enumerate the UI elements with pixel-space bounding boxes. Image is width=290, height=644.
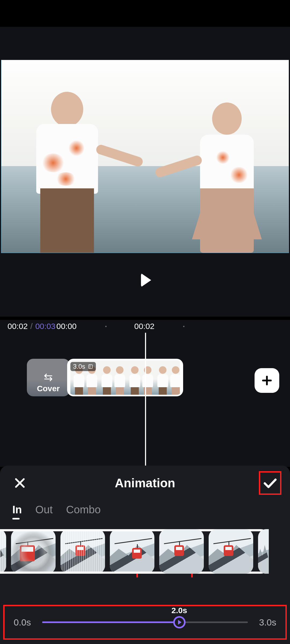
slider-max-label: 3.0s (259, 617, 276, 628)
swap-icon: ⇆ (44, 372, 53, 382)
animation-preset[interactable] (159, 529, 204, 574)
svg-rect-1 (90, 365, 90, 369)
clip-trim-left[interactable]: ‹ (67, 359, 70, 396)
tab-out[interactable]: Out (35, 504, 53, 516)
duration-slider[interactable]: 0.0s 2.0s 3.0s (3, 605, 287, 640)
timeline-clip[interactable]: 3.0s ‹ › (67, 359, 183, 396)
animation-preset-selected[interactable] (110, 529, 154, 574)
animation-preset[interactable] (209, 529, 253, 574)
clip-duration-badge: 3.0s (70, 362, 96, 371)
slider-thumb[interactable]: 2.0s (173, 616, 186, 628)
total-duration: 00:03 (35, 322, 55, 331)
tab-combo[interactable]: Combo (66, 504, 101, 516)
add-clip-button[interactable] (255, 368, 279, 393)
animation-tabs: In Out Combo (0, 504, 290, 516)
annotation-highlight (259, 471, 281, 495)
plus-icon (261, 375, 273, 386)
animation-panel: Animation In Out Combo (0, 466, 290, 644)
ruler-tick: 00:00 (56, 322, 77, 331)
animation-preset[interactable] (258, 529, 269, 574)
playhead[interactable] (145, 333, 146, 467)
preview-person-left (23, 92, 111, 253)
preview-person-right (187, 103, 267, 253)
preview-frame[interactable] (1, 60, 289, 253)
tab-in[interactable]: In (12, 504, 22, 516)
animation-presets[interactable] (0, 529, 290, 577)
selection-ring-icon (110, 529, 154, 574)
play-button[interactable] (135, 270, 155, 290)
svg-rect-0 (89, 365, 92, 369)
cover-label: Cover (37, 384, 60, 393)
close-button[interactable] (11, 474, 29, 492)
clip-info-icon (88, 364, 93, 369)
panel-title: Animation (115, 476, 175, 490)
cover-button[interactable]: ⇆ Cover (27, 359, 70, 396)
play-icon (141, 273, 151, 287)
slider-min-label: 0.0s (14, 617, 31, 628)
slider-value-label: 2.0s (171, 606, 187, 615)
slider-track[interactable]: 2.0s (42, 621, 248, 623)
close-icon (13, 476, 27, 490)
current-time: 00:02 (8, 322, 28, 331)
time-strip: 00:02 / 00:03 00:00 00:02 (0, 320, 290, 333)
clip-trim-right[interactable]: › (180, 359, 183, 396)
ruler-tick: 00:02 (134, 322, 154, 331)
